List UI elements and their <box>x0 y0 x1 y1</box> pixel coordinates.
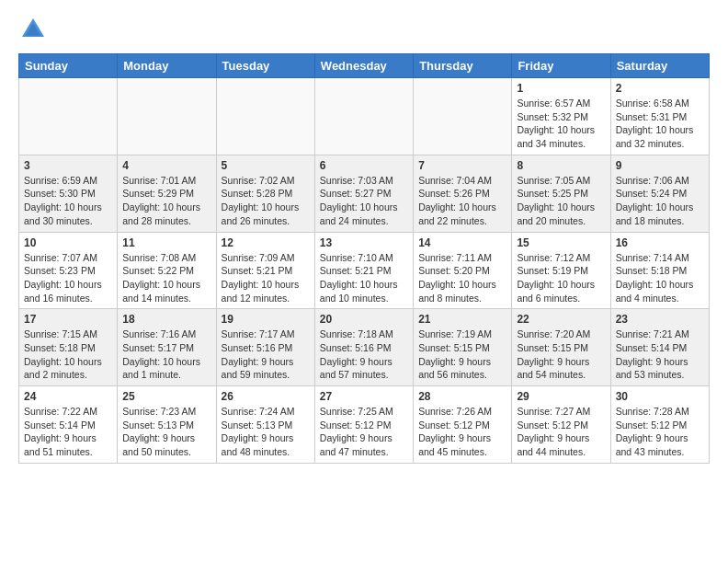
day-number: 28 <box>418 390 506 403</box>
calendar-cell: 5Sunrise: 7:02 AM Sunset: 5:28 PM Daylig… <box>216 155 314 232</box>
weekday-header-monday: Monday <box>118 54 216 78</box>
calendar-cell <box>414 78 512 155</box>
weekday-row: SundayMondayTuesdayWednesdayThursdayFrid… <box>19 54 710 78</box>
calendar-cell: 4Sunrise: 7:01 AM Sunset: 5:29 PM Daylig… <box>118 155 216 232</box>
calendar-cell: 19Sunrise: 7:17 AM Sunset: 5:16 PM Dayli… <box>216 309 314 386</box>
calendar-body: 1Sunrise: 6:57 AM Sunset: 5:32 PM Daylig… <box>19 78 710 464</box>
day-info: Sunrise: 7:11 AM Sunset: 5:20 PM Dayligh… <box>418 251 506 305</box>
day-info: Sunrise: 7:05 AM Sunset: 5:25 PM Dayligh… <box>517 174 605 228</box>
week-row-4: 17Sunrise: 7:15 AM Sunset: 5:18 PM Dayli… <box>19 309 710 386</box>
day-number: 14 <box>418 236 506 249</box>
calendar-cell: 1Sunrise: 6:57 AM Sunset: 5:32 PM Daylig… <box>512 78 610 155</box>
day-info: Sunrise: 7:15 AM Sunset: 5:18 PM Dayligh… <box>24 327 112 382</box>
day-info: Sunrise: 6:57 AM Sunset: 5:32 PM Dayligh… <box>517 97 605 151</box>
calendar-cell: 15Sunrise: 7:12 AM Sunset: 5:19 PM Dayli… <box>512 232 610 309</box>
day-number: 21 <box>418 313 506 326</box>
day-info: Sunrise: 7:14 AM Sunset: 5:18 PM Dayligh… <box>616 251 704 305</box>
calendar-header: SundayMondayTuesdayWednesdayThursdayFrid… <box>19 54 710 78</box>
calendar-cell <box>314 78 413 155</box>
calendar-cell: 12Sunrise: 7:09 AM Sunset: 5:21 PM Dayli… <box>216 232 314 309</box>
calendar-cell: 27Sunrise: 7:25 AM Sunset: 5:12 PM Dayli… <box>314 386 413 464</box>
day-info: Sunrise: 7:18 AM Sunset: 5:16 PM Dayligh… <box>320 327 408 382</box>
day-info: Sunrise: 7:21 AM Sunset: 5:14 PM Dayligh… <box>616 327 704 382</box>
day-info: Sunrise: 7:07 AM Sunset: 5:23 PM Dayligh… <box>24 251 112 305</box>
header <box>18 15 710 44</box>
day-number: 19 <box>222 313 310 326</box>
day-info: Sunrise: 7:01 AM Sunset: 5:29 PM Dayligh… <box>122 174 210 228</box>
day-info: Sunrise: 7:17 AM Sunset: 5:16 PM Dayligh… <box>222 327 310 382</box>
weekday-header-wednesday: Wednesday <box>314 54 413 78</box>
day-number: 26 <box>222 390 310 403</box>
day-number: 3 <box>24 159 112 172</box>
calendar-cell: 29Sunrise: 7:27 AM Sunset: 5:12 PM Dayli… <box>512 386 610 464</box>
calendar-cell: 22Sunrise: 7:20 AM Sunset: 5:15 PM Dayli… <box>512 309 610 386</box>
day-info: Sunrise: 7:12 AM Sunset: 5:19 PM Dayligh… <box>517 251 605 305</box>
calendar-cell: 13Sunrise: 7:10 AM Sunset: 5:21 PM Dayli… <box>314 232 413 309</box>
day-info: Sunrise: 7:03 AM Sunset: 5:27 PM Dayligh… <box>320 174 408 228</box>
week-row-3: 10Sunrise: 7:07 AM Sunset: 5:23 PM Dayli… <box>19 232 710 309</box>
day-number: 2 <box>616 82 704 95</box>
calendar-cell: 25Sunrise: 7:23 AM Sunset: 5:13 PM Dayli… <box>118 386 216 464</box>
day-info: Sunrise: 7:25 AM Sunset: 5:12 PM Dayligh… <box>320 405 408 459</box>
calendar-cell: 2Sunrise: 6:58 AM Sunset: 5:31 PM Daylig… <box>610 78 709 155</box>
day-info: Sunrise: 7:09 AM Sunset: 5:21 PM Dayligh… <box>222 251 310 305</box>
day-info: Sunrise: 7:08 AM Sunset: 5:22 PM Dayligh… <box>122 251 210 305</box>
calendar-cell: 17Sunrise: 7:15 AM Sunset: 5:18 PM Dayli… <box>19 309 118 386</box>
day-number: 29 <box>517 390 605 403</box>
weekday-header-tuesday: Tuesday <box>216 54 314 78</box>
week-row-5: 24Sunrise: 7:22 AM Sunset: 5:14 PM Dayli… <box>19 386 710 464</box>
day-number: 16 <box>616 236 704 249</box>
day-number: 27 <box>320 390 408 403</box>
calendar-cell: 24Sunrise: 7:22 AM Sunset: 5:14 PM Dayli… <box>19 386 118 464</box>
day-number: 4 <box>122 159 210 172</box>
day-number: 30 <box>616 390 704 403</box>
day-number: 8 <box>517 159 605 172</box>
week-row-2: 3Sunrise: 6:59 AM Sunset: 5:30 PM Daylig… <box>19 155 710 232</box>
calendar-cell: 11Sunrise: 7:08 AM Sunset: 5:22 PM Dayli… <box>118 232 216 309</box>
day-number: 22 <box>517 313 605 326</box>
day-info: Sunrise: 6:58 AM Sunset: 5:31 PM Dayligh… <box>616 97 704 151</box>
logo <box>18 15 51 44</box>
calendar-cell: 10Sunrise: 7:07 AM Sunset: 5:23 PM Dayli… <box>19 232 118 309</box>
day-info: Sunrise: 6:59 AM Sunset: 5:30 PM Dayligh… <box>24 174 112 228</box>
day-number: 25 <box>122 390 210 403</box>
calendar-cell <box>118 78 216 155</box>
day-number: 7 <box>418 159 506 172</box>
calendar-cell: 3Sunrise: 6:59 AM Sunset: 5:30 PM Daylig… <box>19 155 118 232</box>
day-info: Sunrise: 7:24 AM Sunset: 5:13 PM Dayligh… <box>222 405 310 459</box>
calendar-cell: 20Sunrise: 7:18 AM Sunset: 5:16 PM Dayli… <box>314 309 413 386</box>
day-number: 9 <box>616 159 704 172</box>
day-info: Sunrise: 7:04 AM Sunset: 5:26 PM Dayligh… <box>418 174 506 228</box>
day-info: Sunrise: 7:23 AM Sunset: 5:13 PM Dayligh… <box>122 405 210 459</box>
day-info: Sunrise: 7:26 AM Sunset: 5:12 PM Dayligh… <box>418 405 506 459</box>
calendar-cell: 9Sunrise: 7:06 AM Sunset: 5:24 PM Daylig… <box>610 155 709 232</box>
day-number: 11 <box>122 236 210 249</box>
day-number: 18 <box>122 313 210 326</box>
day-number: 13 <box>320 236 408 249</box>
week-row-1: 1Sunrise: 6:57 AM Sunset: 5:32 PM Daylig… <box>19 78 710 155</box>
day-number: 24 <box>24 390 112 403</box>
calendar-cell: 23Sunrise: 7:21 AM Sunset: 5:14 PM Dayli… <box>610 309 709 386</box>
day-number: 5 <box>222 159 310 172</box>
day-info: Sunrise: 7:06 AM Sunset: 5:24 PM Dayligh… <box>616 174 704 228</box>
day-info: Sunrise: 7:27 AM Sunset: 5:12 PM Dayligh… <box>517 405 605 459</box>
weekday-header-saturday: Saturday <box>610 54 709 78</box>
calendar-cell: 30Sunrise: 7:28 AM Sunset: 5:12 PM Dayli… <box>610 386 709 464</box>
calendar-cell: 28Sunrise: 7:26 AM Sunset: 5:12 PM Dayli… <box>414 386 512 464</box>
calendar-cell: 6Sunrise: 7:03 AM Sunset: 5:27 PM Daylig… <box>314 155 413 232</box>
day-info: Sunrise: 7:22 AM Sunset: 5:14 PM Dayligh… <box>24 405 112 459</box>
calendar-cell: 16Sunrise: 7:14 AM Sunset: 5:18 PM Dayli… <box>610 232 709 309</box>
calendar-cell: 7Sunrise: 7:04 AM Sunset: 5:26 PM Daylig… <box>414 155 512 232</box>
logo-icon <box>18 15 48 44</box>
weekday-header-thursday: Thursday <box>414 54 512 78</box>
weekday-header-friday: Friday <box>512 54 610 78</box>
day-number: 1 <box>517 82 605 95</box>
calendar-cell: 14Sunrise: 7:11 AM Sunset: 5:20 PM Dayli… <box>414 232 512 309</box>
day-info: Sunrise: 7:28 AM Sunset: 5:12 PM Dayligh… <box>616 405 704 459</box>
day-info: Sunrise: 7:10 AM Sunset: 5:21 PM Dayligh… <box>320 251 408 305</box>
calendar-cell: 18Sunrise: 7:16 AM Sunset: 5:17 PM Dayli… <box>118 309 216 386</box>
day-number: 23 <box>616 313 704 326</box>
calendar-cell: 8Sunrise: 7:05 AM Sunset: 5:25 PM Daylig… <box>512 155 610 232</box>
calendar-cell <box>216 78 314 155</box>
day-info: Sunrise: 7:20 AM Sunset: 5:15 PM Dayligh… <box>517 327 605 382</box>
